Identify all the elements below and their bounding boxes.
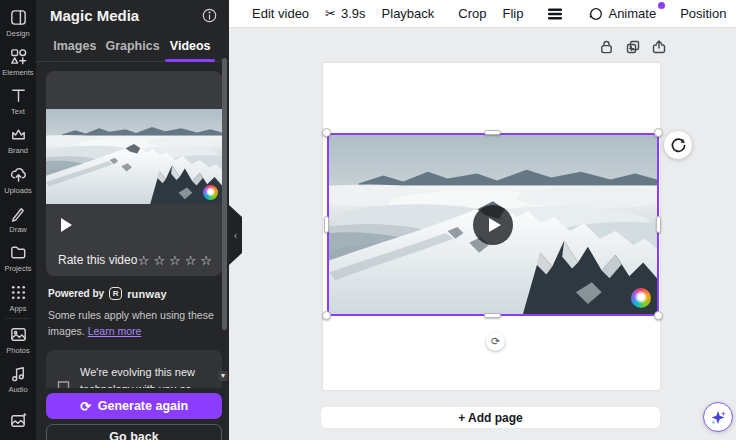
tab-graphics[interactable]: Graphics [104, 30, 162, 61]
resize-handle-top-right[interactable] [654, 128, 663, 137]
resize-handle-bottom-left[interactable] [322, 311, 331, 320]
regenerate-video-button[interactable] [664, 131, 692, 159]
scroll-down-icon[interactable]: ▾ [218, 371, 228, 381]
powered-by-label: Powered by [48, 288, 104, 299]
sidebar-item-label: Projects [4, 264, 31, 273]
lock-icon [600, 40, 613, 54]
chevron-left-icon: ‹ [234, 229, 238, 241]
learn-more-link[interactable]: Learn more [88, 325, 142, 337]
flip-button[interactable]: Flip [495, 0, 532, 28]
export-page-button[interactable] [650, 38, 667, 55]
sidebar-item-elements[interactable]: Elements [0, 42, 36, 81]
generated-video-thumbnail [46, 109, 222, 204]
sidebar-item-uploads[interactable]: Uploads [0, 160, 36, 199]
brand-icon [9, 125, 28, 144]
trim-duration: 3.9s [341, 6, 366, 21]
sidebar-item-label: Apps [9, 304, 26, 313]
sidebar-item-text[interactable]: Text [0, 82, 36, 121]
canva-assistant-button[interactable] [703, 402, 733, 432]
sidebar-item-label: Text [11, 107, 25, 116]
runway-watermark-icon [631, 288, 651, 308]
animate-icon [587, 6, 603, 22]
photos-icon [9, 325, 28, 344]
page-controls [598, 38, 667, 55]
refresh-icon: ⟳ [80, 400, 91, 413]
generated-video-card[interactable]: Rate this video ☆ ☆ ☆ ☆ ☆ [46, 71, 222, 276]
star-icon[interactable]: ☆ [200, 254, 212, 267]
rotate-handle[interactable]: ⟳ [486, 332, 505, 351]
app-sidebar: Design Elements Text Brand Uploads Draw … [0, 0, 36, 440]
magic-media-icon [9, 411, 28, 430]
edit-video-button[interactable]: Edit video [244, 0, 317, 28]
panel-tabs: Images Graphics Videos [36, 30, 229, 62]
notice-text: We're evolving this new technology with … [80, 364, 210, 389]
lock-page-button[interactable] [598, 38, 615, 55]
spacing-button[interactable] [539, 0, 571, 28]
resize-handle-left[interactable] [324, 216, 329, 233]
play-icon [489, 218, 501, 232]
bars-icon [547, 8, 563, 20]
trim-button[interactable]: ✂ 3.9s [317, 0, 373, 28]
sidebar-item-photos[interactable]: Photos [0, 320, 36, 359]
sidebar-item-label: Audio [8, 385, 27, 394]
text-icon [9, 86, 28, 105]
play-icon[interactable] [61, 218, 72, 232]
animate-button[interactable]: Animate [579, 0, 664, 28]
canvas[interactable]: ⟳ + Add page [229, 28, 736, 440]
playback-button[interactable]: Playback [374, 0, 443, 28]
apps-grid-icon [9, 283, 28, 302]
feedback-notice-card: We're evolving this new technology with … [46, 350, 222, 389]
tab-videos[interactable]: Videos [161, 30, 219, 61]
sidebar-item-brand[interactable]: Brand [0, 121, 36, 160]
export-icon [652, 40, 666, 54]
add-page-button[interactable]: + Add page [320, 406, 661, 429]
star-icon[interactable]: ☆ [169, 254, 181, 267]
panel-header: Magic Media [36, 0, 229, 30]
sidebar-item-label: Uploads [4, 186, 32, 195]
play-button[interactable] [473, 205, 513, 245]
sidebar-item-projects[interactable]: Projects [0, 239, 36, 278]
sidebar-item-audio[interactable]: Audio [0, 359, 36, 398]
resize-handle-top-left[interactable] [322, 128, 331, 137]
crop-button[interactable]: Crop [450, 0, 494, 28]
runway-watermark-icon [203, 185, 218, 200]
toolbar: Edit video ✂ 3.9s Playback Crop Flip Ani… [229, 0, 736, 28]
resize-handle-right[interactable] [656, 216, 661, 233]
sidebar-item-design[interactable]: Design [0, 3, 36, 42]
star-icon[interactable]: ☆ [138, 254, 150, 267]
refresh-icon [670, 137, 687, 154]
selected-video-element[interactable] [327, 133, 659, 316]
tab-images[interactable]: Images [46, 30, 104, 61]
sidebar-item-label: Elements [2, 68, 33, 77]
sidebar-item-draw[interactable]: Draw [0, 199, 36, 238]
panel-footer: ⟳ Generate again Go back [36, 388, 229, 440]
panel-scrollbar[interactable] [222, 58, 227, 330]
sidebar-item-label: Design [6, 29, 29, 38]
star-icon[interactable]: ☆ [153, 254, 165, 267]
sidebar-item-apps[interactable]: Apps [0, 278, 36, 317]
sidebar-item-magic-media[interactable] [0, 401, 36, 440]
panel-title: Magic Media [50, 7, 139, 24]
runway-brand-name: runway [127, 288, 167, 300]
sparkle-icon [710, 409, 727, 426]
sidebar-item-label: Photos [6, 346, 29, 355]
upload-cloud-icon [9, 165, 28, 184]
rotate-icon: ⟳ [491, 335, 500, 348]
go-back-button[interactable]: Go back [46, 424, 222, 440]
rate-label: Rate this video [58, 253, 137, 267]
info-icon[interactable] [202, 8, 217, 23]
panel-content: Rate this video ☆ ☆ ☆ ☆ ☆ Powered by R r… [36, 63, 229, 388]
duplicate-page-button[interactable] [624, 38, 641, 55]
design-icon [9, 8, 28, 27]
position-button[interactable]: Position [672, 0, 734, 28]
duplicate-icon [626, 40, 640, 54]
pen-icon [9, 204, 28, 223]
audio-note-icon [9, 364, 28, 383]
resize-handle-top[interactable] [484, 130, 501, 135]
generate-again-button[interactable]: ⟳ Generate again [46, 393, 222, 419]
resize-handle-bottom[interactable] [484, 313, 501, 318]
resize-handle-bottom-right[interactable] [654, 311, 663, 320]
star-icon[interactable]: ☆ [185, 254, 197, 267]
rate-row: Rate this video ☆ ☆ ☆ ☆ ☆ [58, 253, 212, 267]
sidebar-item-label: Brand [8, 146, 28, 155]
